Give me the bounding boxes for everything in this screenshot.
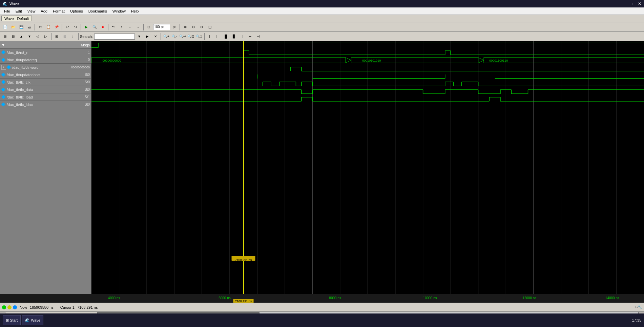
- wave-btn[interactable]: 〜: [110, 23, 117, 31]
- signal-value-tlc-data: St0: [66, 88, 90, 91]
- save-button[interactable]: 💾: [18, 23, 25, 31]
- zoom-area-btn[interactable]: 🔍□: [195, 33, 203, 40]
- menu-bookmarks[interactable]: Bookmarks: [86, 8, 110, 14]
- zoom-input[interactable]: [153, 24, 170, 30]
- signal-value-tlc-load: St1: [66, 95, 90, 99]
- cut-button[interactable]: ✂: [37, 23, 44, 31]
- signal-row-rst[interactable]: /dac_tb/rst_n 1: [0, 49, 91, 56]
- svg-text:10000 ns: 10000 ns: [423, 296, 437, 300]
- ungroup-btn[interactable]: ⊟: [61, 33, 68, 40]
- status-green-icon: [2, 305, 6, 309]
- arrow-up-btn[interactable]: ↑: [118, 23, 125, 31]
- toolbar-2: ⊞ ⊟ ▲ ▼ ◁ ▷ ⊞ ⊟ ↕ Search: ▼ ▶ ✕ 🔍+ 🔍- 🔍↩…: [0, 32, 644, 41]
- wave-taskbar-btn[interactable]: 🌊 Wave: [22, 315, 43, 325]
- signal-value-ctrlword: 00000000000: [66, 66, 90, 69]
- marker-btn3[interactable]: █: [222, 33, 230, 40]
- zoom-in2-btn[interactable]: ⊕: [182, 23, 189, 31]
- search-label: Search:: [80, 35, 93, 39]
- minimize-button[interactable]: ─: [627, 1, 630, 6]
- fit-btn[interactable]: ⊡: [145, 23, 152, 31]
- zoom-out3-btn[interactable]: 🔍-: [171, 33, 178, 40]
- menu-edit[interactable]: Edit: [13, 8, 25, 14]
- sig-up-btn[interactable]: ▲: [18, 33, 25, 40]
- signal-row-updatereq[interactable]: /dac_tb/updatereq 0: [0, 56, 91, 64]
- run-button[interactable]: ▶: [83, 23, 90, 31]
- signal-name-tlc-ldac: /dac_tb/tlc_ldac: [7, 103, 66, 107]
- signal-row-tlc-clk[interactable]: /dac_tb/tlc_clk St0: [0, 79, 91, 86]
- sig-r-btn[interactable]: ▷: [42, 33, 49, 40]
- signal-name-tlc-clk: /dac_tb/tlc_clk: [7, 80, 66, 84]
- sig-l-btn[interactable]: ◁: [34, 33, 41, 40]
- open-button[interactable]: 📂: [9, 23, 17, 31]
- signal-name-updatereq: /dac_tb/updatereq: [7, 58, 66, 62]
- marker-btn5[interactable]: |: [238, 33, 246, 40]
- menu-format[interactable]: Format: [50, 8, 67, 14]
- now-label: Now: [20, 305, 27, 309]
- search-dropdown[interactable]: ▼: [136, 33, 143, 40]
- signal-name-rst: /dac_tb/rst_n: [7, 50, 66, 54]
- marker-btn2[interactable]: |_: [214, 33, 222, 40]
- menu-help[interactable]: Help: [128, 8, 142, 14]
- waveform-panel[interactable]: 00000000000 00010101010 00001100110: [91, 41, 644, 294]
- title-bar-left: 🌊 Wave: [3, 2, 19, 6]
- menu-file[interactable]: File: [1, 8, 13, 14]
- find-button[interactable]: 🔍: [91, 23, 98, 31]
- status-blue-icon: [13, 305, 17, 309]
- menu-view[interactable]: View: [25, 8, 38, 14]
- search-go[interactable]: ▶: [144, 33, 151, 40]
- signal-name-updatedone: /dac_tb/updatedone: [7, 73, 66, 77]
- maximize-button[interactable]: □: [633, 1, 635, 6]
- zoom-out2-btn[interactable]: ⊖: [190, 23, 197, 31]
- title-bar-text: Wave: [9, 2, 19, 6]
- svg-line-34: [346, 60, 351, 63]
- search-clear[interactable]: ✕: [152, 33, 159, 40]
- sig-add-btn[interactable]: ⊞: [1, 33, 9, 40]
- stop-button[interactable]: ■: [99, 23, 106, 31]
- undo-button[interactable]: ↩: [64, 23, 71, 31]
- sig-del-btn[interactable]: ⊟: [9, 33, 17, 40]
- sep-10: [204, 33, 205, 40]
- signal-row-tlc-data[interactable]: /dac_tb/tlc_data St0: [0, 86, 91, 93]
- paste-button[interactable]: 📌: [53, 23, 60, 31]
- signal-icon-rst: [1, 50, 5, 54]
- marker-btn7[interactable]: ⊣: [255, 33, 262, 40]
- arrow-right-btn[interactable]: →: [134, 23, 142, 31]
- zoom-unit-btn[interactable]: ps: [171, 23, 178, 31]
- signal-icon-tlc-load: [1, 95, 5, 99]
- zoom-full-btn[interactable]: 🔍⊡: [187, 33, 194, 40]
- signal-icon-updatereq: [1, 58, 5, 62]
- group-btn[interactable]: ⊞: [53, 33, 60, 40]
- new-button[interactable]: 📄: [1, 23, 9, 31]
- zoom-sel-btn[interactable]: ◫: [206, 23, 213, 31]
- sig-dn-btn[interactable]: ▼: [26, 33, 33, 40]
- search-input[interactable]: [94, 34, 135, 40]
- close-button[interactable]: ✕: [638, 1, 641, 6]
- svg-text:6000 ns: 6000 ns: [219, 296, 231, 300]
- menu-window[interactable]: Window: [110, 8, 128, 14]
- menu-options[interactable]: Options: [67, 8, 86, 14]
- expand-icon-ctrlword[interactable]: +: [1, 65, 6, 70]
- sep-4: [108, 24, 108, 30]
- toolbar-1: 📄 📂 💾 🖨 ✂ 📋 📌 ↩ ↪ ▶ 🔍 ■ 〜 ↑ ← → ⊡ ps ⊕ ⊖…: [0, 22, 644, 32]
- wave-default-tab[interactable]: Wave - Default: [1, 16, 32, 21]
- status-bar: Now 185909580 ns Cursor 1 7108.291 ns ✂🔧: [0, 303, 644, 311]
- signal-row-tlc-ldac[interactable]: /dac_tb/tlc_ldac St0: [0, 101, 91, 108]
- signal-row-updatedone[interactable]: /dac_tb/updatedone St0: [0, 71, 91, 79]
- signal-row-tlc-load[interactable]: /dac_tb/tlc_load St1: [0, 93, 91, 101]
- marker-btn1[interactable]: |: [206, 33, 213, 40]
- zoom-in3-btn[interactable]: 🔍+: [163, 33, 170, 40]
- zoom-fit-btn[interactable]: ⊙: [198, 23, 205, 31]
- signal-row-ctrlword[interactable]: + /dac_tb/ctrlword 00000000000: [0, 64, 91, 71]
- expand-btn[interactable]: ↕: [69, 33, 77, 40]
- marker-btn6[interactable]: ⊢: [247, 33, 254, 40]
- sep-5: [143, 24, 144, 30]
- start-btn[interactable]: ⊞ Start: [3, 315, 21, 325]
- arrow-left-btn[interactable]: ←: [126, 23, 133, 31]
- zoom-prev-btn[interactable]: 🔍↩: [179, 33, 186, 40]
- title-bar: 🌊 Wave ─ □ ✕: [0, 0, 644, 7]
- marker-btn4[interactable]: ▊: [230, 33, 238, 40]
- redo-button[interactable]: ↪: [72, 23, 79, 31]
- menu-add[interactable]: Add: [38, 8, 50, 14]
- print-button[interactable]: 🖨: [26, 23, 33, 31]
- copy-button[interactable]: 📋: [45, 23, 52, 31]
